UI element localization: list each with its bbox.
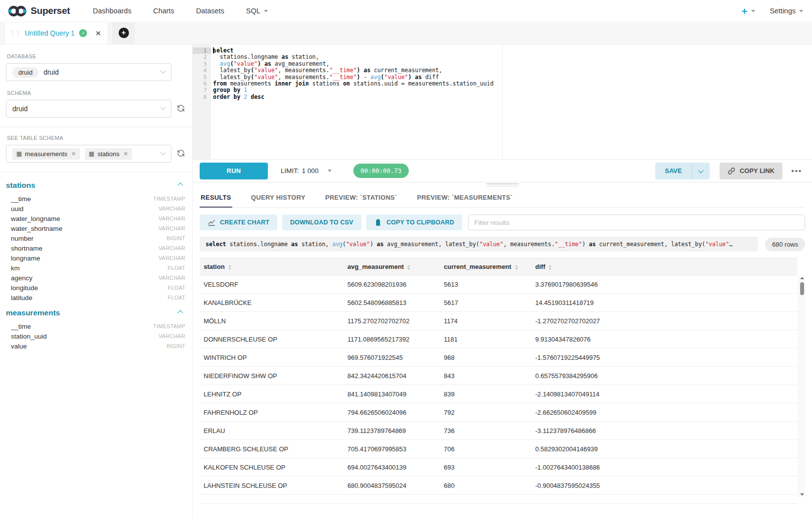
nav-item-dashboards[interactable]: Dashboards: [93, 7, 131, 15]
plus-icon: +: [741, 6, 747, 16]
schema-column-row: __timeTIMESTAMP: [6, 194, 186, 204]
table-row[interactable]: LAHNSTEIN SCHLEUSE OP680.900483759502468…: [200, 476, 797, 495]
results-table-wrap: stationavg_measurementcurrent_measuremen…: [200, 258, 805, 519]
schema-column-row: __timeTIMESTAMP: [6, 321, 186, 331]
code-line: avg("value") as avg_measurement,: [213, 61, 812, 67]
save-button[interactable]: SAVE: [655, 163, 691, 179]
run-button[interactable]: RUN: [200, 163, 268, 179]
table-cell: DONNERSCHLEUSE OP: [200, 330, 343, 348]
settings-menu[interactable]: Settings: [770, 7, 803, 15]
code-line: stations.longname as station,: [213, 54, 812, 60]
table-cell: WINTRICH OP: [200, 348, 343, 367]
table-row[interactable]: KANALBRÜCKE5602.548096885813561714.45190…: [200, 294, 797, 312]
sql-editor[interactable]: 12345678 select stations.longname as sta…: [193, 44, 812, 159]
superset-brand[interactable]: Superset: [7, 4, 70, 18]
limit-value: 1 000: [302, 167, 319, 174]
table-section-header-measurements[interactable]: measurements: [6, 307, 186, 321]
save-options-button[interactable]: [692, 163, 710, 179]
table-schema-select[interactable]: ▦measurements✕▦stations✕: [6, 145, 171, 163]
table-cell: 1181: [440, 330, 531, 348]
scroll-down-icon[interactable]: [800, 493, 804, 496]
table-row[interactable]: KALKOFEN SCHLEUSE OP694.0027643400139693…: [200, 458, 797, 476]
more-options-button[interactable]: •••: [789, 167, 804, 175]
sort-icon[interactable]: [228, 265, 231, 270]
remove-chip-icon[interactable]: ✕: [71, 151, 76, 157]
print-margin: [502, 44, 503, 159]
table-chip-label: stations: [97, 150, 120, 158]
filter-results-input[interactable]: [468, 215, 805, 230]
table-cell: 841.1409813407049: [343, 385, 440, 403]
table-row[interactable]: VELSDORF5609.62309820193656133.376901798…: [200, 275, 797, 294]
column-header-current_measurement[interactable]: current_measurement: [440, 259, 531, 275]
line-number: 4: [193, 67, 211, 74]
code-line: latest_by("value", measurements."__time"…: [213, 74, 812, 81]
new-item-button[interactable]: +: [741, 6, 755, 16]
download-csv-button[interactable]: DOWNLOAD TO CSV: [282, 215, 361, 230]
table-cell: 839: [440, 385, 531, 403]
partial-row: [200, 495, 797, 504]
drag-handle-icon[interactable]: ⋮⋮: [9, 30, 20, 37]
new-tab-button[interactable]: +: [112, 22, 135, 44]
database-label: DATABASE: [7, 53, 186, 59]
table-row[interactable]: FAHRENHOLZ OP794.6626506024096792-2.6626…: [200, 403, 797, 422]
schema-column-row: kmFLOAT: [6, 263, 186, 273]
sort-icon[interactable]: [549, 265, 552, 270]
table-name: measurements: [6, 308, 60, 317]
table-row[interactable]: LEHNITZ OP841.1409813407049839-2.1409813…: [200, 385, 797, 403]
create-chart-button[interactable]: CREATE CHART: [200, 215, 277, 230]
column-type: VARCHAR: [159, 275, 185, 281]
schema-column-row: valueBIGINT: [6, 341, 186, 351]
results-tab-results[interactable]: RESULTS: [200, 187, 232, 208]
results-scrollbar[interactable]: [798, 275, 805, 497]
editor-code[interactable]: select stations.longname as station, avg…: [211, 44, 812, 159]
table-row[interactable]: MÖLLN1175.27027027027021174-1.2702702702…: [200, 312, 797, 330]
pane-resize-handle[interactable]: [193, 182, 812, 187]
scroll-up-icon[interactable]: [800, 277, 804, 279]
remove-chip-icon[interactable]: ✕: [124, 151, 128, 157]
results-actions: CREATE CHART DOWNLOAD TO CSV COPY TO CLI…: [200, 215, 805, 230]
schema-tables: stations__timeTIMESTAMPuuidVARCHARwater_…: [6, 180, 186, 351]
results-tab-preview-stations[interactable]: PREVIEW: `STATIONS`: [324, 187, 398, 208]
nav-item-sql[interactable]: SQL: [246, 7, 268, 15]
column-header-diff[interactable]: diff: [531, 259, 797, 275]
close-tab-icon[interactable]: ✕: [95, 30, 101, 37]
results-tab-query-history[interactable]: QUERY HISTORY: [250, 187, 306, 208]
caret-down-icon: [264, 10, 268, 12]
tab-untitled-query[interactable]: ⋮⋮ Untitled Query 1 ✓ ✕: [4, 22, 108, 44]
table-cell: 0.6575579384295906: [531, 367, 797, 385]
limit-dropdown[interactable]: LIMIT: 1 000: [281, 167, 332, 174]
limit-label: LIMIT:: [281, 167, 299, 174]
line-number: 6: [193, 81, 211, 87]
copy-to-clipboard-button[interactable]: COPY TO CLIPBOARD: [366, 215, 462, 230]
code-line: select: [213, 47, 812, 54]
database-select[interactable]: druid druid: [6, 63, 171, 81]
schema-column-row: longitudeFLOAT: [6, 283, 186, 293]
table-row[interactable]: WINTRICH OP969.576071922545968-1.5760719…: [200, 348, 797, 367]
caret-down-icon: [328, 170, 332, 172]
column-header-avg_measurement[interactable]: avg_measurement: [343, 259, 440, 275]
table-row[interactable]: ERLAU739.1123789764869736-3.112378976486…: [200, 422, 797, 440]
chevron-up-icon: [177, 310, 183, 315]
table-row[interactable]: DONNERSCHLEUSE OP1171.086956521739211819…: [200, 330, 797, 348]
schema-column-row: shortnameVARCHAR: [6, 243, 186, 253]
results-tab-preview-measurements[interactable]: PREVIEW: `MEASUREMENTS`: [416, 187, 514, 208]
table-row[interactable]: CRAMBERG SCHLEUSE OP705.4170697995853706…: [200, 440, 797, 458]
table-chip-stations[interactable]: ▦stations✕: [85, 148, 132, 160]
code-line: latest_by("value", measurements."__time"…: [213, 67, 812, 74]
sort-icon[interactable]: [515, 265, 518, 270]
table-chip-measurements[interactable]: ▦measurements✕: [12, 148, 80, 160]
scrollbar-thumb[interactable]: [800, 282, 804, 295]
table-row[interactable]: NIEDERFINOW SHW OP842.34244206157048430.…: [200, 367, 797, 385]
nav-item-datasets[interactable]: Datasets: [196, 7, 224, 15]
schema-select[interactable]: druid: [6, 100, 171, 118]
nav-item-charts[interactable]: Charts: [153, 7, 174, 15]
refresh-tables-icon[interactable]: [176, 149, 186, 159]
table-section-header-stations[interactable]: stations: [6, 180, 186, 194]
sort-icon[interactable]: [407, 265, 410, 270]
table-cell: KALKOFEN SCHLEUSE OP: [200, 458, 343, 476]
table-cell: MÖLLN: [200, 312, 343, 330]
refresh-schema-icon[interactable]: [176, 104, 186, 114]
column-header-station[interactable]: station: [200, 259, 343, 275]
copy-link-button[interactable]: COPY LINK: [720, 163, 783, 179]
column-type: BIGINT: [167, 235, 185, 241]
